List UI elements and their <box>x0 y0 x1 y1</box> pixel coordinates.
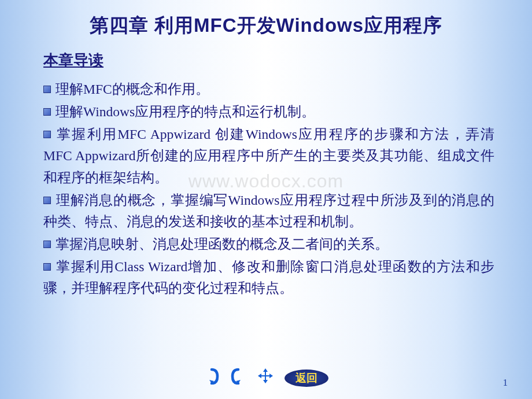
page-number: 1 <box>503 377 508 389</box>
bullet-icon <box>43 131 51 138</box>
bullet-text: 掌握利用MFC Appwizard 创建Windows应用程序的步骤和方法，弄清… <box>43 127 494 184</box>
list-item: 理解Windows应用程序的特点和运行机制。 <box>43 101 494 123</box>
section-subtitle: 本章导读 <box>43 50 494 71</box>
content-area: 本章导读 理解MFC的概念和作用。 理解Windows应用程序的特点和运行机制。… <box>0 50 532 299</box>
bullet-icon <box>43 241 51 248</box>
bullet-text: 理解Windows应用程序的特点和运行机制。 <box>56 104 315 119</box>
bullet-text: 掌握消息映射、消息处理函数的概念及二者间的关系。 <box>56 237 389 252</box>
redo-icon[interactable] <box>230 367 246 389</box>
back-button[interactable]: 返回 <box>285 370 328 387</box>
chapter-title: 第四章 利用MFC开发Windows应用程序 <box>0 0 532 50</box>
list-item: 掌握利用Class Wizard增加、修改和删除窗口消息处理函数的方法和步骤，并… <box>43 256 494 299</box>
list-item: 掌握利用MFC Appwizard 创建Windows应用程序的步骤和方法，弄清… <box>43 124 494 188</box>
bullet-icon <box>43 108 51 116</box>
undo-icon[interactable] <box>204 367 220 389</box>
list-item: 掌握消息映射、消息处理函数的概念及二者间的关系。 <box>43 234 494 255</box>
bullet-text: 理解消息的概念，掌握编写Windows应用程序过程中所涉及到的消息的种类、特点、… <box>43 193 494 229</box>
bullet-icon <box>43 263 51 271</box>
bullet-icon <box>43 86 51 93</box>
move-icon[interactable] <box>257 367 274 389</box>
navigation-bar: 返回 <box>0 367 532 389</box>
bullet-text: 掌握利用Class Wizard增加、修改和删除窗口消息处理函数的方法和步骤，并… <box>43 259 494 295</box>
bullet-text: 理解MFC的概念和作用。 <box>56 82 209 97</box>
list-item: 理解MFC的概念和作用。 <box>43 79 494 100</box>
bullet-icon <box>43 197 51 204</box>
list-item: 理解消息的概念，掌握编写Windows应用程序过程中所涉及到的消息的种类、特点、… <box>43 190 494 232</box>
